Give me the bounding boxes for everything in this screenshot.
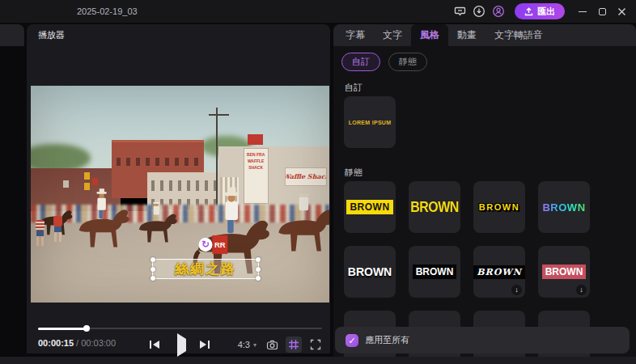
minimize-button[interactable] xyxy=(573,2,592,21)
style-card[interactable]: BROWN xyxy=(344,181,396,233)
media-panel-tab-corner xyxy=(0,24,24,46)
titlebar: 2025-02-19_03 匯出 xyxy=(0,0,636,23)
app-window: 2025-02-19_03 匯出 播放器 xyxy=(0,0,636,364)
style-preview-text: BROWN xyxy=(479,202,519,212)
style-preview-text: BROWN xyxy=(348,265,392,278)
style-preview-text: BROWN xyxy=(410,199,459,215)
tab-animation[interactable]: 動畫 xyxy=(448,24,485,46)
export-label: 匯出 xyxy=(537,6,555,18)
camera-icon xyxy=(266,339,278,351)
project-title: 2025-02-19_03 xyxy=(77,0,138,23)
custom-section-label: 自訂 xyxy=(345,82,363,94)
resize-handle[interactable] xyxy=(151,257,155,262)
tab-text-to-speech[interactable]: 文字轉語音 xyxy=(485,24,552,46)
grid-overlay-button[interactable] xyxy=(286,336,302,353)
horse-banner-text: R R xyxy=(214,240,226,249)
style-card[interactable]: BROWN ↓ xyxy=(473,246,525,298)
resize-handle[interactable] xyxy=(151,267,155,272)
minimize-icon xyxy=(579,11,587,12)
total-duration: 00:03:00 xyxy=(81,338,116,348)
style-preview-text: BROWN xyxy=(542,265,587,279)
feedback-icon[interactable] xyxy=(450,2,469,21)
export-button[interactable]: 匯出 xyxy=(515,3,565,19)
playhead-handle[interactable] xyxy=(83,325,90,332)
maximize-icon xyxy=(599,8,606,15)
apply-all-label: 應用至所有 xyxy=(365,334,409,346)
resize-handle[interactable] xyxy=(256,276,261,281)
spectator-child xyxy=(36,220,45,246)
account-avatar-icon[interactable] xyxy=(489,2,508,21)
seek-played xyxy=(38,328,87,330)
static-section-label: 靜態 xyxy=(345,167,363,179)
custom-style-card[interactable]: LOREM IPSUM xyxy=(344,96,396,148)
download-icon[interactable]: ↓ xyxy=(576,285,587,295)
style-card[interactable]: BROWN xyxy=(538,181,590,233)
apply-all-checkbox[interactable]: ✓ xyxy=(346,334,358,347)
aspect-ratio-value: 4:3 xyxy=(238,340,250,349)
next-frame-button[interactable] xyxy=(200,338,213,351)
text-overlay-box[interactable]: 絲綢之路 xyxy=(152,259,259,279)
resize-handle[interactable] xyxy=(151,276,155,281)
player-panel: 播放器 BEN FRA WAFFLE SHACK xyxy=(27,24,330,353)
tab-text[interactable]: 文字 xyxy=(374,24,411,46)
style-preview-text: BROWN xyxy=(473,265,525,279)
timeline-strip xyxy=(0,357,636,364)
style-card[interactable]: BROWN xyxy=(344,246,396,298)
play-button[interactable] xyxy=(175,338,188,351)
style-panel-body: 自訂 靜態 自訂 LOREM IPSUM 靜態 BROWN BROWN BROW… xyxy=(333,46,636,357)
previous-frame-button[interactable] xyxy=(150,338,163,351)
video-preview[interactable]: BEN FRA WAFFLE SHACK Waffle Shack xyxy=(31,86,329,303)
snapshot-camera-button[interactable] xyxy=(264,336,280,353)
fullscreen-button[interactable] xyxy=(307,336,324,353)
play-icon xyxy=(177,333,186,357)
view-tools: 4:3 ▾ xyxy=(236,336,324,353)
style-preview-text: BROWN xyxy=(346,200,392,214)
horse-and-rider xyxy=(79,188,129,247)
time-separator: / xyxy=(74,338,81,348)
horse-figure xyxy=(139,202,177,243)
text-settings-panel: 字幕 文字 風格 動畫 文字轉語音 自訂 靜態 自訂 LOREM IPSUM 靜… xyxy=(333,24,636,357)
pill-static[interactable]: 靜態 xyxy=(388,53,427,71)
text-overlay-selection: ↻ 絲綢之路 xyxy=(152,259,259,279)
seek-bar[interactable] xyxy=(38,325,322,332)
tab-style[interactable]: 風格 xyxy=(411,24,448,46)
apply-to-all-bar: ✓ 應用至所有 xyxy=(335,327,630,353)
maximize-button[interactable] xyxy=(592,2,612,21)
next-frame-icon xyxy=(200,341,206,349)
download-icon[interactable]: ↓ xyxy=(511,285,522,295)
style-preview-text: LOREM IPSUM xyxy=(349,120,392,125)
subtitle-overlay-text[interactable]: 絲綢之路 xyxy=(175,261,236,277)
style-preview-text: BROWN xyxy=(542,201,585,214)
horse-figure xyxy=(278,193,329,251)
close-icon xyxy=(617,7,626,16)
transport-controls xyxy=(150,336,213,353)
panel-tabbar: 字幕 文字 風格 動畫 文字轉語音 xyxy=(333,24,636,46)
upload-icon xyxy=(524,7,533,16)
titlebar-actions: 匯出 xyxy=(450,0,631,23)
chevron-down-icon: ▾ xyxy=(253,341,257,349)
fullscreen-icon xyxy=(310,339,321,350)
resize-handle[interactable] xyxy=(256,267,261,272)
style-card[interactable]: BROWN xyxy=(409,181,460,233)
aspect-ratio-dropdown[interactable]: 4:3 ▾ xyxy=(236,340,258,349)
close-button[interactable] xyxy=(612,2,631,21)
resize-handle[interactable] xyxy=(256,257,261,262)
style-card[interactable]: BROWN xyxy=(473,181,525,233)
pill-custom[interactable]: 自訂 xyxy=(341,53,380,71)
style-filter-pills: 自訂 靜態 xyxy=(341,53,427,71)
tab-subtitles[interactable]: 字幕 xyxy=(337,24,374,46)
style-card[interactable]: BROWN xyxy=(409,246,460,298)
time-display: 00:00:15 / 00:03:00 xyxy=(38,338,116,348)
spectator-child xyxy=(53,216,63,242)
prev-frame-icon xyxy=(150,341,151,349)
current-time: 00:00:15 xyxy=(38,338,74,348)
style-preview-text: BROWN xyxy=(413,265,457,279)
rotate-handle[interactable]: ↻ xyxy=(199,238,213,252)
download-icon[interactable] xyxy=(469,2,489,21)
style-card[interactable]: BROWN ↓ xyxy=(538,246,590,298)
player-tab[interactable]: 播放器 xyxy=(38,24,65,45)
grid-icon xyxy=(288,339,299,350)
